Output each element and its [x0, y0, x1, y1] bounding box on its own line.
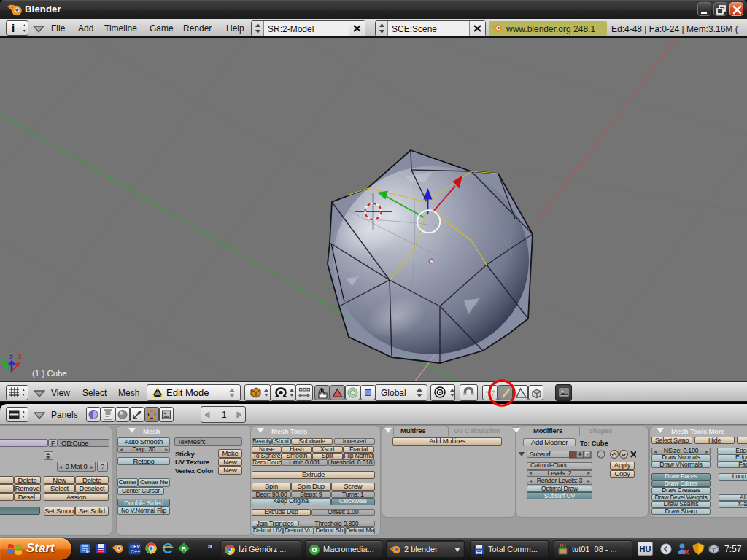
svg-text:x: x [18, 352, 22, 360]
svg-text:i: i [12, 22, 15, 34]
svg-text:B: B [182, 545, 187, 553]
svg-text:C++: C++ [131, 549, 140, 554]
svg-text:z: z [9, 353, 13, 361]
svg-text:y: y [1, 355, 5, 363]
svg-text:DEV: DEV [131, 544, 141, 549]
svg-text:(1 ) Cube: (1 ) Cube [32, 369, 67, 378]
